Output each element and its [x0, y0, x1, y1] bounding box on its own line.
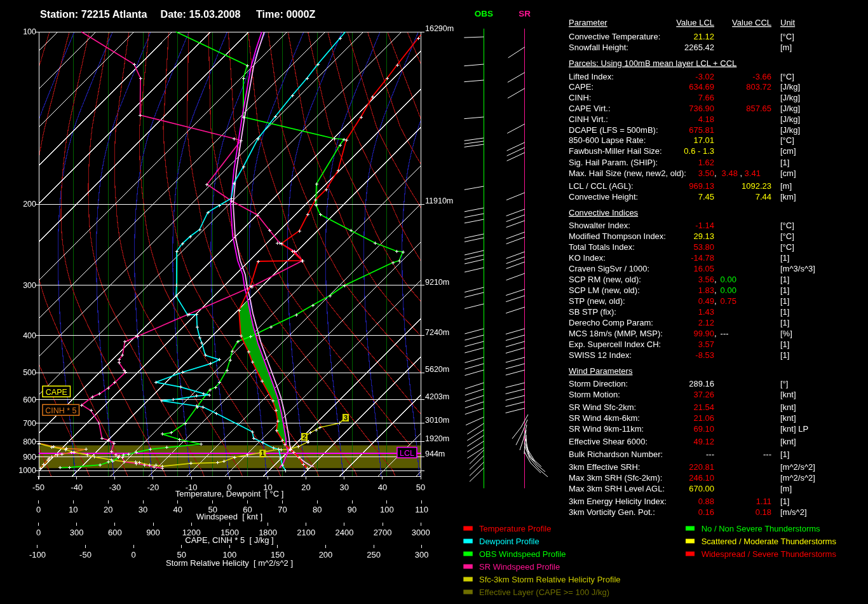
svg-text:Showalter Index:: Showalter Index:	[569, 221, 630, 230]
svg-text:634.69: 634.69	[689, 82, 714, 92]
svg-text:4.18: 4.18	[698, 114, 714, 124]
svg-text:[%]: [%]	[780, 329, 792, 338]
svg-text:Storm Motion:: Storm Motion:	[569, 390, 620, 399]
svg-text:[1]: [1]	[780, 275, 789, 284]
svg-text:20: 20	[104, 505, 112, 514]
svg-text:Sig. Hail Param. (SHIP):: Sig. Hail Param. (SHIP):	[569, 158, 658, 167]
svg-text:[knt]: [knt]	[780, 390, 796, 399]
svg-text:Exp. Supercell Index CH:: Exp. Supercell Index CH:	[569, 340, 661, 349]
svg-text:20: 20	[301, 483, 310, 492]
svg-text:2100: 2100	[297, 528, 315, 537]
svg-text:16290m: 16290m	[425, 24, 454, 33]
svg-text:37.26: 37.26	[693, 390, 714, 399]
svg-text:7240m: 7240m	[425, 328, 449, 337]
svg-text:[km]: [km]	[780, 192, 796, 202]
svg-text:Dewpoint Profile: Dewpoint Profile	[479, 537, 539, 546]
svg-text:50: 50	[416, 483, 425, 492]
svg-text:Windspeed [ knt ]: Windspeed [ knt ]	[196, 512, 262, 521]
svg-text:[°C]: [°C]	[780, 221, 794, 230]
svg-text:675.81: 675.81	[689, 125, 714, 135]
svg-text:21.12: 21.12	[693, 32, 714, 41]
svg-text:Temperature, Dewpoint [ °C ]: Temperature, Dewpoint [ °C ]	[175, 489, 284, 498]
svg-text:-3.02: -3.02	[695, 72, 714, 81]
svg-text:Bulk Richardson Number:: Bulk Richardson Number:	[569, 450, 663, 459]
svg-text:0: 0	[131, 550, 135, 559]
svg-text:800: 800	[23, 437, 36, 446]
svg-text:CAPE Virt.:: CAPE Virt.:	[569, 104, 611, 113]
svg-text:2700: 2700	[374, 528, 392, 537]
svg-text:7.45: 7.45	[698, 192, 714, 202]
svg-text:[1]: [1]	[780, 253, 789, 263]
svg-text:220.81: 220.81	[689, 462, 714, 472]
svg-text:[1]: [1]	[780, 497, 789, 506]
svg-text:SR Wind Sfc-2km:: SR Wind Sfc-2km:	[569, 402, 636, 412]
svg-text:250: 250	[367, 550, 381, 559]
svg-text:1.11: 1.11	[756, 497, 771, 506]
svg-text:Value LCL: Value LCL	[676, 18, 714, 27]
svg-text:40: 40	[173, 505, 182, 514]
svg-text:[1]: [1]	[780, 158, 789, 167]
svg-text:STP (new, old):: STP (new, old):	[569, 296, 625, 306]
svg-text:CINH:: CINH:	[569, 93, 591, 102]
svg-text:16.05: 16.05	[693, 264, 714, 273]
svg-text:99.90: 99.90	[693, 329, 714, 338]
svg-text:1: 1	[261, 450, 264, 457]
svg-text:[1]: [1]	[780, 307, 789, 317]
svg-text:2400: 2400	[335, 528, 353, 537]
svg-text:-40: -40	[71, 483, 83, 492]
svg-text:[°C]: [°C]	[780, 231, 794, 241]
svg-text:[1]: [1]	[780, 296, 789, 306]
svg-text:1.62: 1.62	[698, 158, 714, 167]
svg-text:0.49: 0.49	[698, 296, 714, 306]
svg-text:21.54: 21.54	[693, 402, 714, 412]
svg-text:-50: -50	[79, 550, 92, 559]
svg-text:803.72: 803.72	[746, 82, 771, 92]
svg-text:Wind Parameters: Wind Parameters	[569, 366, 633, 376]
svg-text:[°C]: [°C]	[780, 32, 794, 41]
svg-text:11910m: 11910m	[425, 196, 453, 205]
svg-text:289.16: 289.16	[689, 379, 714, 388]
svg-text:SR: SR	[519, 9, 531, 18]
svg-text:[m]: [m]	[780, 181, 792, 191]
svg-text:500: 500	[23, 368, 36, 377]
svg-text:9210m: 9210m	[425, 278, 449, 287]
svg-text:[°C]: [°C]	[780, 72, 794, 81]
svg-text:---: ---	[706, 450, 714, 459]
svg-text:Sfc-3km Storm Relative Helicit: Sfc-3km Storm Relative Helicity Profile	[479, 575, 621, 584]
svg-text:Date: 15.03.2008: Date: 15.03.2008	[161, 8, 241, 20]
svg-text:[m^2/s^2]: [m^2/s^2]	[780, 462, 815, 472]
svg-text:Convective Indices: Convective Indices	[569, 208, 639, 217]
svg-text:,: ,	[714, 329, 717, 338]
svg-text:Fawbush-Miller Hail Size:: Fawbush-Miller Hail Size:	[569, 146, 662, 156]
svg-text:3km Energy Helicity Index:: 3km Energy Helicity Index:	[569, 497, 667, 506]
svg-text:[cm]: [cm]	[780, 146, 796, 156]
svg-text:No / Non Severe Thunderstorms: No / Non Severe Thunderstorms	[702, 524, 820, 533]
svg-text:5620m: 5620m	[425, 365, 449, 374]
svg-text:[knt]: [knt]	[780, 437, 796, 446]
svg-text:1000: 1000	[18, 466, 36, 475]
svg-text:[1]: [1]	[780, 318, 789, 327]
svg-text:Effective Shear 6000:: Effective Shear 6000:	[569, 437, 648, 446]
svg-text:LCL: LCL	[400, 449, 414, 458]
svg-text:Convective Temperature:: Convective Temperature:	[569, 32, 660, 41]
svg-text:900: 900	[146, 528, 160, 537]
svg-text:600: 600	[23, 395, 36, 404]
svg-text:[J/kg]: [J/kg]	[780, 93, 800, 102]
svg-text:100: 100	[23, 27, 36, 36]
svg-text:SR Wind 4km-6km:: SR Wind 4km-6km:	[569, 413, 640, 423]
svg-text:-1.14: -1.14	[695, 221, 714, 230]
svg-text:900: 900	[23, 453, 36, 462]
svg-text:80: 80	[313, 505, 322, 514]
svg-text:[°C]: [°C]	[780, 135, 794, 145]
svg-text:,: ,	[714, 296, 717, 306]
svg-text:Snowfall Height:: Snowfall Height:	[569, 43, 628, 52]
svg-text:[°]: [°]	[780, 379, 788, 388]
svg-text:70: 70	[278, 505, 287, 514]
svg-text:-14.78: -14.78	[691, 253, 714, 263]
svg-text:[knt]: [knt]	[780, 402, 796, 412]
svg-text:[1]: [1]	[780, 450, 789, 459]
svg-text:[1]: [1]	[780, 350, 789, 360]
svg-text:---: ---	[763, 450, 771, 459]
svg-text:0.00: 0.00	[721, 285, 736, 295]
svg-text:Parcels: Using 100mB mean laye: Parcels: Using 100mB mean layer LCL + CC…	[569, 58, 736, 68]
